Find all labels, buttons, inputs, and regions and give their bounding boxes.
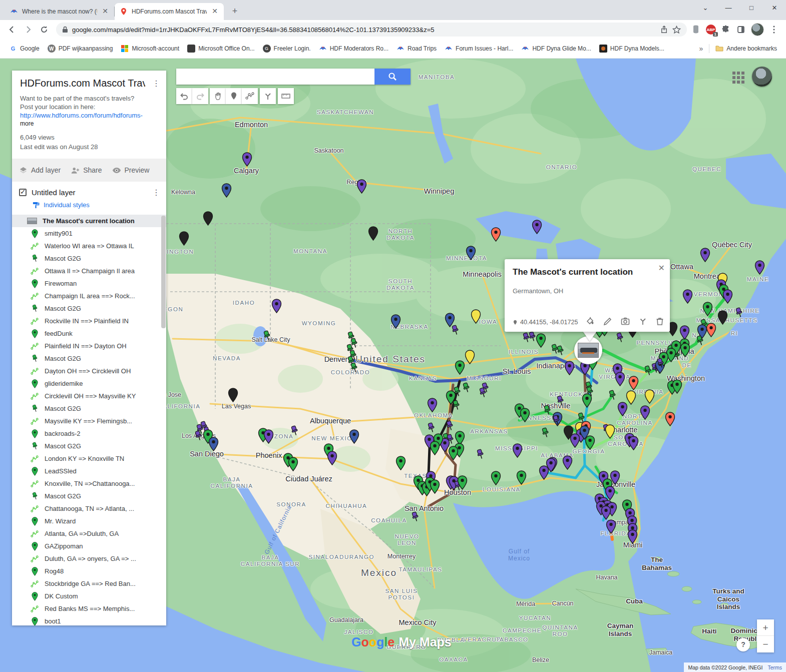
layer-item[interactable]: Mascot G2G	[12, 302, 166, 315]
map-pin-marker[interactable]	[570, 433, 580, 450]
layer-item[interactable]: Stockbridge GA ==> Red Ban...	[12, 577, 166, 590]
map-pin-marker[interactable]	[390, 314, 401, 331]
map-pin-marker[interactable]	[465, 350, 475, 366]
layer-item[interactable]: Mascot G2G	[12, 490, 166, 502]
new-tab-button[interactable]: +	[228, 5, 242, 19]
other-bookmarks-folder[interactable]: Andere bookmarks	[711, 43, 781, 55]
map-pin-marker[interactable]	[520, 408, 530, 424]
directions-icon[interactable]	[638, 317, 647, 326]
layer-item[interactable]: feedDunk	[12, 327, 166, 340]
layer-item[interactable]: Maysville KY ==> Flemingsb...	[12, 415, 166, 427]
terms-link[interactable]: Terms	[767, 664, 782, 670]
reload-button[interactable]	[36, 22, 52, 38]
bookmark-item[interactable]: HDF Dyna Models...	[595, 43, 668, 55]
share-icon[interactable]	[660, 26, 668, 34]
map-pin-marker[interactable]	[615, 372, 625, 388]
map-pin-marker[interactable]	[582, 393, 592, 410]
layer-row[interactable]: Untitled layer ⋮	[12, 182, 166, 199]
chrome-menu-icon[interactable]	[769, 25, 779, 35]
map-pin-marker[interactable]	[700, 248, 710, 264]
map-pushpin-marker[interactable]	[289, 425, 299, 438]
map-pin-marker[interactable]	[640, 405, 650, 422]
layer-item[interactable]: Waterloo WI area => Ottawa IL	[12, 240, 166, 252]
map-pin-marker[interactable]	[179, 231, 189, 248]
map-pushpin-marker[interactable]	[478, 387, 488, 400]
bookmark-item[interactable]: WPDF wijkaanpassing	[44, 43, 117, 55]
layer-item[interactable]: Dayton OH ==> Circklevill OH	[12, 365, 166, 377]
layer-item[interactable]: Firewoman	[12, 277, 166, 290]
map-pushpin-marker[interactable]	[445, 420, 455, 433]
layer-item[interactable]: Mascot G2G	[12, 252, 166, 265]
extensions-puzzle-icon[interactable]	[721, 25, 731, 35]
layer-item[interactable]: London KY => Knoxville TN	[12, 452, 166, 465]
map-pushpin-marker[interactable]	[655, 358, 665, 371]
layer-item[interactable]: LeadSSled	[12, 465, 166, 477]
profile-avatar[interactable]	[751, 23, 764, 36]
map-pushpin-marker[interactable]	[607, 390, 617, 403]
layer-item[interactable]: Red Banks MS ==> Memphis...	[12, 602, 166, 615]
zoom-in-button[interactable]: +	[757, 619, 774, 636]
map-pushpin-marker[interactable]	[410, 511, 420, 524]
map-pin-marker[interactable]	[288, 457, 298, 473]
map-pin-marker[interactable]	[208, 437, 219, 453]
layer-item[interactable]: Plainfield IN ==> Dayton OH	[12, 340, 166, 352]
pan-hand-tool[interactable]	[210, 88, 226, 104]
window-close-button[interactable]: ✕	[763, 0, 786, 17]
map-pin-marker[interactable]	[271, 299, 282, 315]
window-minimize-button[interactable]: —	[717, 0, 740, 17]
map-canvas[interactable]: SASKATCHEWANMANITOBAONTARIOQUEBECNORTH D…	[0, 59, 786, 672]
map-pin-marker[interactable]	[448, 446, 459, 462]
layer-item[interactable]: Mascot G2G	[12, 402, 166, 415]
map-pin-marker[interactable]	[327, 451, 337, 467]
map-pin-marker[interactable]	[430, 479, 440, 496]
layer-item[interactable]: boot1	[12, 615, 166, 625]
map-pushpin-marker[interactable]	[450, 325, 460, 338]
map-pushpin-marker[interactable]	[695, 335, 705, 348]
map-pin-marker[interactable]	[627, 529, 638, 546]
window-maximize-button[interactable]: □	[740, 0, 763, 17]
map-pin-marker[interactable]	[396, 456, 406, 472]
layer-item[interactable]: Circklevill OH ==> Maysville KY	[12, 390, 166, 402]
forum-link[interactable]: http://www.hdforums.com/forum/hdforums-	[20, 111, 158, 120]
tab-close-icon[interactable]: ✕	[211, 8, 219, 16]
map-pin-marker[interactable]	[455, 360, 465, 377]
map-pushpin-marker[interactable]	[555, 345, 565, 358]
forward-button[interactable]	[20, 22, 36, 38]
layer-item[interactable]: smitty901	[12, 227, 166, 240]
google-apps-icon[interactable]	[732, 72, 745, 85]
layer-item[interactable]: Atlanta, GA =>Duluth, GA	[12, 527, 166, 540]
style-paint-icon[interactable]	[586, 317, 595, 326]
popup-close-icon[interactable]: ✕	[658, 263, 665, 273]
map-pushpin-marker[interactable]	[542, 405, 552, 418]
map-pin-marker[interactable]	[605, 424, 615, 441]
map-pin-marker[interactable]	[466, 246, 476, 262]
map-pin-marker[interactable]	[679, 325, 690, 342]
bookmark-item[interactable]: Forum Issues - Harl...	[441, 43, 517, 55]
layer-item[interactable]: Mr. Wizard	[12, 515, 166, 527]
bookmark-item[interactable]: Road Trips	[392, 43, 441, 55]
adblock-icon[interactable]: ABP1	[706, 25, 716, 35]
layer-item[interactable]: Champaign IL area ==> Rock...	[12, 290, 166, 302]
add-directions-tool[interactable]	[260, 88, 276, 104]
bookmark-item[interactable]: GFreeler Login.	[259, 43, 315, 55]
layer-item[interactable]: Mascot G2G	[12, 440, 166, 452]
reading-list-icon[interactable]	[736, 25, 746, 35]
map-pin-marker[interactable]	[665, 412, 675, 428]
map-menu-icon[interactable]: ⋮	[151, 79, 161, 88]
map-pin-marker[interactable]	[562, 455, 573, 472]
map-pin-marker[interactable]	[706, 323, 716, 339]
map-pin-marker[interactable]	[702, 302, 713, 318]
map-pin-marker[interactable]	[585, 435, 595, 452]
layer-item[interactable]: DK Custom	[12, 590, 166, 602]
map-pin-marker[interactable]	[722, 289, 733, 306]
map-pin-marker[interactable]	[682, 289, 693, 306]
map-pin-marker[interactable]	[644, 389, 655, 406]
map-pin-marker[interactable]	[754, 260, 765, 277]
tab-mascot-thread[interactable]: Where is the mascot now? (Upda ✕	[5, 3, 114, 20]
map-pin-marker[interactable]	[606, 519, 616, 536]
map-pin-marker[interactable]	[680, 343, 690, 359]
tab-mascot-map[interactable]: HDForums.com Mascot Travels P ✕	[115, 3, 224, 20]
bookmarks-overflow-icon[interactable]: »	[695, 45, 707, 53]
map-pin-marker[interactable]	[203, 211, 213, 228]
map-pin-marker[interactable]	[516, 470, 527, 487]
